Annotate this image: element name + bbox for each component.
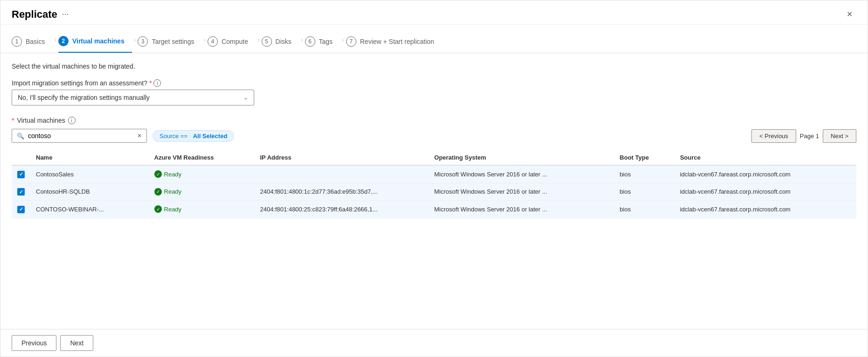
row-checkbox-cell[interactable] — [12, 165, 30, 183]
readiness-text: Ready — [164, 206, 182, 213]
step-compute[interactable]: 4 Compute — [208, 33, 256, 52]
vm-checkbox[interactable] — [17, 188, 25, 196]
step-circle-6: 6 — [305, 36, 315, 47]
vm-section: * Virtual machines i 🔍 ✕ Source == All S… — [12, 117, 856, 218]
vm-info-icon[interactable]: i — [68, 117, 76, 124]
more-options-icon[interactable]: ··· — [62, 9, 69, 19]
vm-table: Name Azure VM Readiness IP Address Opera… — [12, 150, 856, 218]
search-input[interactable] — [28, 132, 133, 140]
search-clear-icon[interactable]: ✕ — [137, 133, 142, 139]
row-checkbox-cell[interactable] — [12, 183, 30, 201]
table-header-checkbox — [12, 150, 30, 165]
row-boot-type: bios — [614, 183, 674, 201]
previous-button[interactable]: Previous — [12, 335, 56, 351]
assessment-field-label: Import migration settings from an assess… — [12, 79, 856, 87]
row-ip — [254, 165, 429, 183]
search-filter-row: 🔍 ✕ Source == All Selected < Previous Pa… — [12, 129, 856, 143]
main-content: Select the virtual machines to be migrat… — [0, 53, 868, 329]
vm-section-title: Virtual machines — [17, 117, 65, 124]
readiness-text: Ready — [164, 171, 182, 178]
page-subtitle: Select the virtual machines to be migrat… — [12, 63, 856, 70]
step-tags[interactable]: 6 Tags — [305, 33, 340, 52]
ready-icon: ✓ — [154, 170, 162, 178]
row-readiness: ✓ Ready — [149, 165, 255, 183]
table-header: Name Azure VM Readiness IP Address Opera… — [12, 150, 856, 165]
previous-page-button[interactable]: < Previous — [751, 129, 796, 143]
row-name: CONTOSO-WEBINAR-... — [30, 201, 149, 218]
row-os: Microsoft Windows Server 2016 or later .… — [429, 165, 614, 183]
table-col-ip: IP Address — [254, 150, 429, 165]
step-label-review: Review + Start replication — [360, 38, 434, 45]
step-circle-5: 5 — [262, 36, 272, 47]
table-col-os: Operating System — [429, 150, 614, 165]
row-name: ContosoSales — [30, 165, 149, 183]
readiness-text: Ready — [164, 188, 182, 195]
step-review[interactable]: 7 Review + Start replication — [346, 33, 442, 52]
table-row[interactable]: CONTOSO-WEBINAR-... ✓ Ready 2404:f801:48… — [12, 201, 856, 218]
footer: Previous Next — [0, 329, 868, 357]
vm-required-star: * — [12, 117, 14, 124]
step-sep-4: › — [257, 36, 260, 49]
assessment-info-icon[interactable]: i — [153, 79, 161, 87]
step-label-tags: Tags — [319, 38, 333, 45]
row-checkbox-cell[interactable] — [12, 201, 30, 218]
vm-checkbox[interactable] — [17, 171, 25, 178]
chevron-down-icon: ⌄ — [243, 94, 248, 101]
close-button[interactable]: ✕ — [843, 8, 856, 21]
row-source: idclab-vcen67.fareast.corp.microsoft.com — [674, 201, 856, 218]
step-disks[interactable]: 5 Disks — [262, 33, 299, 52]
page-number-label: Page 1 — [800, 133, 819, 140]
step-basics[interactable]: 1 Basics — [12, 33, 52, 52]
search-box[interactable]: 🔍 ✕ — [12, 129, 147, 143]
row-name: ContosoHR-SQLDB — [30, 183, 149, 201]
step-circle-2: 2 — [58, 36, 69, 46]
step-sep-2: › — [134, 36, 136, 49]
vm-checkbox[interactable] — [17, 206, 25, 213]
step-label-compute: Compute — [222, 38, 248, 45]
step-target-settings[interactable]: 3 Target settings — [138, 33, 201, 52]
pagination-section: < Previous Page 1 Next > — [751, 129, 856, 143]
table-row[interactable]: ContosoSales ✓ Ready Microsoft Windows S… — [12, 165, 856, 183]
step-circle-1: 1 — [12, 36, 22, 47]
filter-value: All Selected — [193, 133, 228, 140]
step-label-vm: Virtual machines — [72, 37, 125, 45]
step-sep-3: › — [203, 36, 206, 49]
table-col-source: Source — [674, 150, 856, 165]
step-circle-4: 4 — [208, 36, 218, 47]
ready-icon: ✓ — [154, 188, 162, 196]
row-os: Microsoft Windows Server 2016 or later .… — [429, 201, 614, 218]
row-readiness: ✓ Ready — [149, 183, 255, 201]
step-circle-7: 7 — [346, 36, 356, 47]
step-label-basics: Basics — [26, 38, 45, 45]
row-boot-type: bios — [614, 165, 674, 183]
row-boot-type: bios — [614, 201, 674, 218]
assessment-dropdown-value: No, I'll specify the migration settings … — [18, 94, 150, 101]
row-os: Microsoft Windows Server 2016 or later .… — [429, 183, 614, 201]
vm-section-label-row: * Virtual machines i — [12, 117, 856, 124]
steps-navigation: 1 Basics › 2 Virtual machines › 3 Target… — [0, 25, 868, 53]
step-label-target: Target settings — [152, 38, 194, 45]
step-sep-1: › — [54, 36, 56, 49]
row-readiness: ✓ Ready — [149, 201, 255, 218]
table-row[interactable]: ContosoHR-SQLDB ✓ Ready 2404:f801:4800:1… — [12, 183, 856, 201]
step-label-disks: Disks — [276, 38, 292, 45]
step-virtual-machines[interactable]: 2 Virtual machines — [58, 32, 132, 53]
next-button[interactable]: Next — [60, 335, 93, 351]
filter-prefix: Source == — [160, 133, 187, 140]
assessment-label-text: Import migration settings from an assess… — [12, 79, 147, 87]
assessment-dropdown[interactable]: No, I'll specify the migration settings … — [12, 90, 254, 105]
table-body: ContosoSales ✓ Ready Microsoft Windows S… — [12, 165, 856, 218]
next-page-button[interactable]: Next > — [823, 129, 856, 143]
search-icon: 🔍 — [17, 133, 24, 140]
row-source: idclab-vcen67.fareast.corp.microsoft.com — [674, 183, 856, 201]
source-filter-badge[interactable]: Source == All Selected — [153, 130, 234, 142]
table-col-boot: Boot Type — [614, 150, 674, 165]
row-source: idclab-vcen67.fareast.corp.microsoft.com — [674, 165, 856, 183]
step-sep-5: › — [301, 36, 303, 49]
row-ip: 2404:f801:4800:1c:2d77:36ad:e95b:35d7,..… — [254, 183, 429, 201]
assessment-required-star: * — [149, 79, 152, 87]
table-col-readiness: Azure VM Readiness — [149, 150, 255, 165]
table-col-name: Name — [30, 150, 149, 165]
page-title: Replicate — [12, 8, 57, 21]
step-circle-3: 3 — [138, 36, 148, 47]
